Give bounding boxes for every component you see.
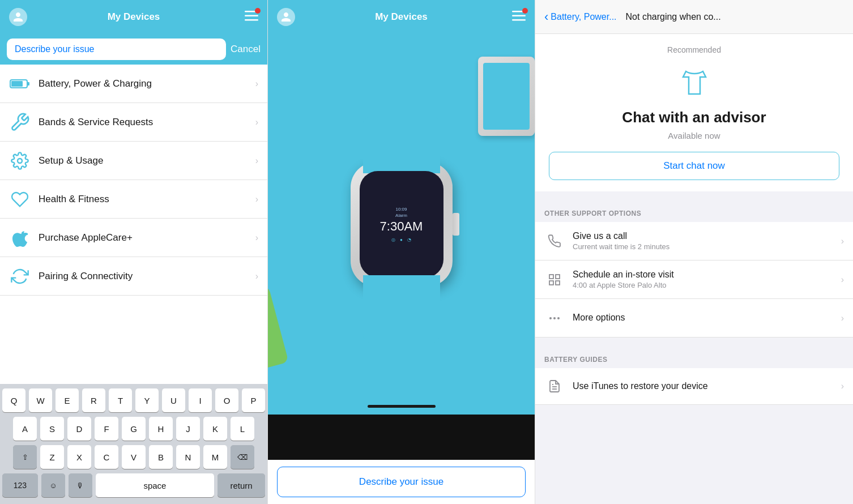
menu-item-applecare[interactable]: Purchase AppleCare+ › [0, 219, 267, 257]
start-chat-button[interactable]: Start chat now [549, 152, 839, 180]
key-q[interactable]: Q [2, 388, 25, 412]
menu-item-battery[interactable]: Battery, Power & Charging › [0, 65, 267, 103]
menu-item-bands[interactable]: Bands & Service Requests › [0, 103, 267, 142]
call-title: Give us a call [573, 231, 841, 241]
store-title: Schedule an in-store visit [573, 270, 841, 280]
notification-badge [522, 8, 528, 14]
support-item-more[interactable]: More options › [535, 299, 853, 338]
menu-list: Battery, Power & Charging › Bands & Serv… [0, 65, 267, 384]
cancel-button[interactable]: Cancel [231, 44, 261, 55]
panel2-bottom: Describe your issue [268, 415, 535, 504]
menu-item-setup[interactable]: Setup & Usage › [0, 142, 267, 180]
key-f[interactable]: F [95, 417, 118, 441]
svg-rect-5 [11, 81, 23, 87]
key-shift[interactable]: ⇧ [13, 445, 37, 469]
key-k[interactable]: K [203, 417, 227, 441]
back-arrow-icon[interactable]: ‹ [544, 10, 548, 24]
key-h[interactable]: H [149, 417, 173, 441]
battery-guides-section: BATTERY GUIDES Use iTunes to restore you… [535, 351, 853, 405]
key-n[interactable]: N [176, 445, 200, 469]
key-w[interactable]: W [29, 388, 52, 412]
key-z[interactable]: Z [40, 445, 64, 469]
search-input[interactable] [7, 39, 226, 60]
battery-icon [9, 73, 31, 95]
key-j[interactable]: J [176, 417, 200, 441]
svg-rect-12 [556, 281, 560, 285]
menu-item-pairing[interactable]: Pairing & Connectivity › [0, 257, 267, 296]
panel1-title: My Devices [108, 11, 160, 23]
chevron-icon: › [841, 381, 844, 391]
guide-item-itunes[interactable]: Use iTunes to restore your device › [535, 368, 853, 405]
key-y[interactable]: Y [135, 388, 159, 412]
battery-guides-header: BATTERY GUIDES [535, 351, 853, 368]
support-item-store[interactable]: Schedule an in-store visit 4:00 at Apple… [535, 260, 853, 299]
panel1-header: My Devices [0, 0, 267, 34]
doc-icon [544, 376, 565, 396]
chevron-icon: › [255, 79, 258, 89]
key-o[interactable]: O [215, 388, 238, 412]
svg-rect-9 [512, 19, 526, 21]
watch-body: 10:09 Alarm 7:30AM ◎ ● ◔ [351, 162, 453, 287]
notification-badge [255, 8, 261, 14]
svg-rect-13 [549, 281, 553, 285]
watch-icon-1: ◎ [391, 237, 395, 242]
key-num[interactable]: 123 [2, 473, 38, 497]
svg-point-6 [18, 159, 22, 163]
key-e[interactable]: E [56, 388, 79, 412]
breadcrumb[interactable]: Battery, Power... [551, 12, 616, 22]
guide-title-itunes: Use iTunes to restore your device [573, 381, 841, 391]
keyboard-row-4: 123 ☺ 🎙 space return [2, 473, 265, 497]
key-i[interactable]: I [189, 388, 212, 412]
key-p[interactable]: P [242, 388, 265, 412]
key-space[interactable]: space [96, 473, 215, 497]
avatar[interactable] [9, 8, 27, 26]
key-emoji[interactable]: ☺ [41, 473, 65, 497]
key-m[interactable]: M [203, 445, 227, 469]
menu-icon[interactable] [512, 10, 526, 24]
chat-advisor-icon [677, 66, 711, 100]
key-l[interactable]: L [231, 417, 254, 441]
support-item-call[interactable]: Give us a call Current wait time is 2 mi… [535, 222, 853, 260]
band-top [363, 117, 440, 173]
grid-icon [544, 270, 565, 290]
phone-icon [544, 231, 565, 251]
watch-icon-2: ● [400, 237, 403, 242]
support-content: Recommended Chat with an advisor Availab… [535, 34, 853, 504]
key-c[interactable]: C [95, 445, 118, 469]
chevron-icon: › [255, 271, 258, 281]
key-mic[interactable]: 🎙 [69, 473, 92, 497]
heart-icon [9, 189, 31, 210]
keyboard-row-2: A S D F G H J K L [2, 417, 265, 441]
call-text: Give us a call Current wait time is 2 mi… [573, 231, 841, 251]
key-t[interactable]: T [109, 388, 132, 412]
ipad-device [478, 57, 535, 136]
key-b[interactable]: B [149, 445, 173, 469]
panel2-title: My Devices [375, 11, 428, 23]
panel-search-menu: My Devices Cancel Battery, Power [0, 0, 267, 504]
keyboard-row-3: ⇧ Z X C V B N M ⌫ [2, 445, 265, 469]
key-return[interactable]: return [217, 473, 265, 497]
key-g[interactable]: G [122, 417, 146, 441]
chevron-icon: › [255, 233, 258, 243]
key-s[interactable]: S [40, 417, 64, 441]
key-u[interactable]: U [162, 388, 185, 412]
watch-container: 10:09 Alarm 7:30AM ◎ ● ◔ [305, 111, 498, 338]
svg-point-15 [553, 317, 556, 319]
menu-icon[interactable] [245, 10, 258, 24]
svg-rect-8 [512, 15, 526, 17]
key-v[interactable]: V [122, 445, 146, 469]
keyboard-row-1: Q W E R T Y U I O P [2, 388, 265, 412]
key-delete[interactable]: ⌫ [231, 445, 254, 469]
key-d[interactable]: D [67, 417, 91, 441]
key-x[interactable]: X [67, 445, 91, 469]
avatar[interactable] [277, 8, 295, 26]
key-a[interactable]: A [13, 417, 37, 441]
chevron-icon: › [841, 275, 844, 285]
menu-item-health[interactable]: Health & Fitness › [0, 180, 267, 219]
key-r[interactable]: R [82, 388, 105, 412]
scroll-indicator [368, 405, 436, 408]
describe-issue-button[interactable]: Describe your issue [277, 467, 526, 497]
svg-rect-4 [27, 82, 29, 86]
panel3-header: ‹ Battery, Power... Not charging when co… [535, 0, 853, 34]
svg-rect-1 [245, 15, 258, 17]
